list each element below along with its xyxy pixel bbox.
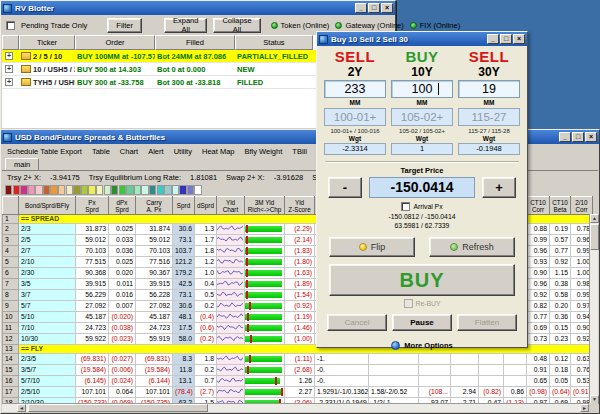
color-swatch[interactable] [111, 185, 118, 195]
color-swatch[interactable] [35, 185, 42, 195]
menu-item-bfly-weight[interactable]: Bfly Weight [245, 147, 283, 156]
blotter-column-header[interactable]: Status [235, 35, 313, 50]
color-swatch[interactable] [126, 185, 133, 195]
color-swatch[interactable] [134, 185, 141, 195]
color-swatch[interactable] [179, 185, 186, 195]
menu-item-utility[interactable]: Utility [174, 147, 192, 156]
decrement-button[interactable]: - [328, 177, 362, 198]
dialog-titlebar[interactable]: Buy 10 Sell 2 Sell 30 _ □ × [317, 32, 527, 46]
color-swatch[interactable] [58, 185, 65, 195]
weight-field[interactable]: -2.3314 [324, 143, 386, 155]
color-swatch[interactable] [149, 185, 156, 195]
scroll-up-icon[interactable]: ▲ [590, 214, 599, 223]
blotter-column-header[interactable]: Ticker [19, 35, 75, 50]
color-swatch[interactable] [119, 185, 126, 195]
menu-item-table[interactable]: Table [92, 147, 110, 156]
grid-column-header[interactable]: 3M YldRich<->Chp [245, 197, 285, 215]
grid-column-header[interactable]: YldZ-Score [285, 197, 315, 215]
color-swatch[interactable] [66, 185, 73, 195]
color-swatch[interactable] [164, 185, 171, 195]
blotter-column-header[interactable] [2, 35, 19, 50]
table-row[interactable]: 172/5/10107.1010.064107.101(78.4)(2.7)2.… [3, 387, 593, 398]
color-swatch[interactable] [141, 185, 148, 195]
color-swatch[interactable] [50, 185, 57, 195]
rebuy-checkbox[interactable] [404, 299, 413, 308]
close-icon[interactable]: × [381, 3, 393, 13]
vertical-scrollbar[interactable]: ▲ ▼ [589, 214, 598, 404]
price-field[interactable]: 115-27 [458, 108, 520, 126]
arrival-px-checkbox[interactable] [401, 202, 410, 211]
grid-column-header[interactable]: PxSprd [76, 197, 109, 215]
maximize-icon[interactable]: □ [500, 34, 512, 44]
scrollbar-thumb[interactable] [28, 404, 208, 412]
cancel-button[interactable]: Cancel [327, 314, 387, 331]
scroll-right-icon[interactable]: ► [580, 404, 589, 412]
horizontal-scrollbar[interactable]: ◄ ► [2, 403, 589, 412]
scroll-left-icon[interactable]: ◄ [17, 404, 26, 412]
minimize-icon[interactable]: _ [559, 132, 571, 142]
weight-field[interactable]: -0.1948 [458, 143, 520, 155]
color-swatch[interactable] [157, 185, 164, 195]
table-row[interactable]: 153/5/7(19.584)(0.006)(19.584)11.80.2(2.… [3, 365, 593, 376]
menu-item-schedule-table-export[interactable]: Schedule Table Export [7, 147, 82, 156]
blotter-column-header[interactable]: Filled [155, 35, 235, 50]
color-swatch[interactable] [194, 185, 201, 195]
flatten-button[interactable]: Flatten [457, 314, 517, 331]
price-field[interactable]: 100-01+ [324, 108, 386, 126]
color-swatch[interactable] [187, 185, 194, 195]
color-swatch[interactable] [13, 185, 20, 195]
color-swatch[interactable] [73, 185, 80, 195]
scrollbar-thumb[interactable] [590, 224, 599, 250]
maximize-icon[interactable]: □ [368, 3, 380, 13]
expand-icon[interactable]: + [5, 78, 13, 86]
quantity-input[interactable]: 233 [324, 80, 386, 98]
minimize-icon[interactable]: _ [355, 3, 367, 13]
tab-main[interactable]: main [5, 158, 39, 170]
color-swatch[interactable] [5, 185, 12, 195]
close-icon[interactable]: × [513, 34, 525, 44]
more-options[interactable]: More Options [317, 341, 527, 350]
flip-button[interactable]: Flip [329, 237, 415, 257]
color-swatch[interactable] [104, 185, 111, 195]
weight-field[interactable]: 1 [391, 143, 453, 155]
grid-column-header[interactable]: CT10Beta [550, 197, 571, 215]
filter-button[interactable]: Filter [107, 18, 142, 33]
menu-item-heat-map[interactable]: Heat Map [202, 147, 235, 156]
blotter-titlebar[interactable]: RV Blotter _ □ × [1, 1, 395, 15]
grid-column-header[interactable]: Sprd [173, 197, 195, 215]
blotter-column-header[interactable]: Order [75, 35, 155, 50]
quantity-input[interactable]: 100 [391, 80, 453, 98]
grid-column-header[interactable] [3, 197, 19, 215]
price-field[interactable]: 105-02+ [391, 108, 453, 126]
maximize-icon[interactable]: □ [572, 132, 584, 142]
refresh-button[interactable]: Refresh [429, 237, 515, 257]
quantity-input[interactable]: 19 [458, 80, 520, 98]
color-swatch[interactable] [96, 185, 103, 195]
expand-icon[interactable]: + [5, 52, 13, 60]
table-row[interactable]: 142/3/5(69.831)(0.027)(69.831)8.31.8(1.1… [3, 354, 593, 365]
color-swatch[interactable] [81, 185, 88, 195]
submit-buy-button[interactable]: BUY [329, 264, 515, 296]
expand-all-button[interactable]: Expand All [164, 18, 207, 33]
menu-item-alert[interactable]: Alert [148, 147, 163, 156]
grid-column-header[interactable]: YldChart [217, 197, 245, 215]
color-swatch[interactable] [88, 185, 95, 195]
color-swatch[interactable] [20, 185, 27, 195]
grid-column-header[interactable]: 2/10Corr [571, 197, 593, 215]
collapse-all-button[interactable]: Collapse All [213, 18, 260, 33]
expand-icon[interactable]: + [5, 65, 13, 73]
minimize-icon[interactable]: _ [487, 34, 499, 44]
increment-button[interactable]: + [482, 177, 516, 198]
grid-column-header[interactable]: dPxSprd [109, 197, 136, 215]
grid-column-header[interactable]: CT10Corr [527, 197, 550, 215]
menu-item-tbill[interactable]: TBill [292, 147, 307, 156]
color-swatch[interactable] [28, 185, 35, 195]
target-price-field[interactable]: -150.0414 [369, 177, 475, 198]
pause-button[interactable]: Pause [392, 314, 452, 331]
table-row[interactable]: 165/7/10(6.145)(0.024)(6.144)13.10.71.26… [3, 376, 593, 387]
grid-column-header[interactable]: CarryA. Px [136, 197, 173, 215]
color-swatch[interactable] [172, 185, 179, 195]
color-swatch[interactable] [43, 185, 50, 195]
grid-column-header[interactable]: Bond/Sprd/BFly [19, 197, 76, 215]
close-icon[interactable]: × [585, 132, 597, 142]
